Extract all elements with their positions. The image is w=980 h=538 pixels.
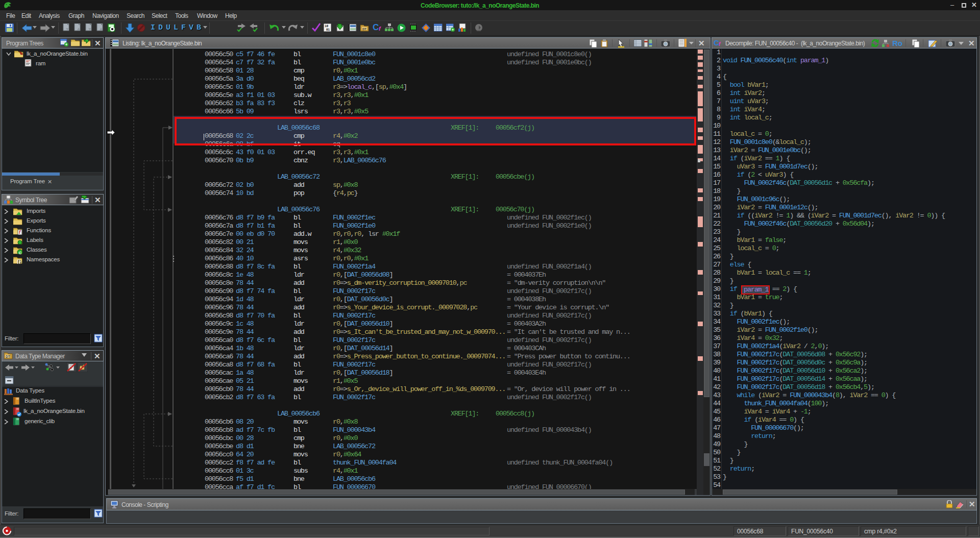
svg-text:C: C — [19, 251, 22, 255]
svg-text:01: 01 — [326, 28, 330, 31]
svg-text:DT: DT — [6, 355, 10, 358]
svg-text:DT: DT — [362, 28, 366, 31]
svg-text:{}: {} — [17, 259, 21, 264]
svg-text:10: 10 — [325, 24, 329, 28]
